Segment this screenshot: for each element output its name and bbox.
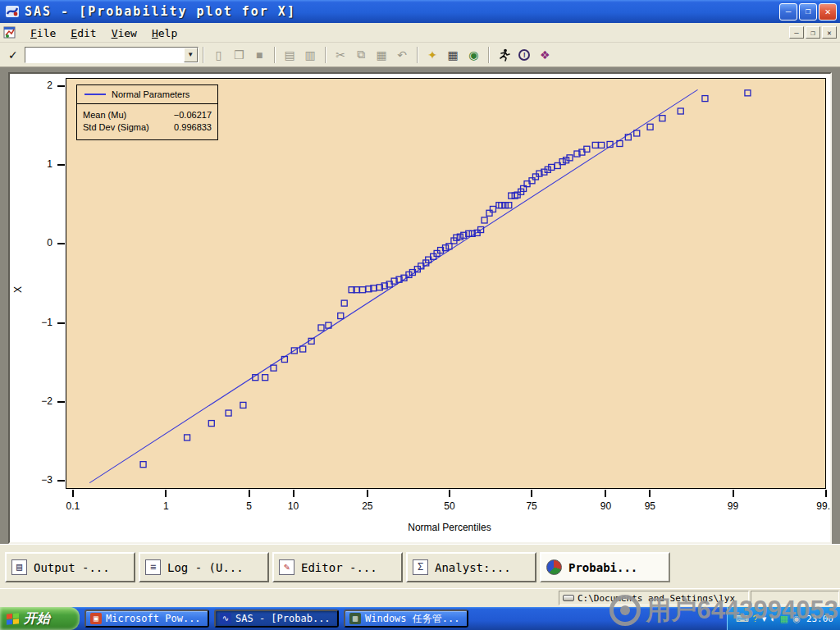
volume-tray-icon[interactable]: ◉ (792, 613, 801, 624)
y-tick-mark (57, 243, 65, 244)
powerpoint-icon: ▣ (90, 613, 102, 624)
y-tick-label: −1 (26, 317, 52, 328)
status-extra-field (751, 591, 839, 605)
data-point (634, 130, 640, 136)
break-info-icon[interactable]: ! (515, 46, 534, 64)
data-point (226, 410, 231, 416)
command-input[interactable] (25, 48, 184, 62)
y-tick-mark (57, 322, 65, 324)
window-button-log[interactable]: ≡Log - (U... (139, 552, 269, 582)
run-submit-icon[interactable] (495, 46, 514, 64)
x-tick-mark (733, 490, 734, 497)
y-tick-label: 1 (26, 158, 52, 170)
data-point (240, 402, 246, 408)
x-tick-label: 25 (349, 500, 386, 512)
find-folder-icon[interactable]: ◉ (464, 46, 483, 64)
command-combobox: ▼ (25, 47, 199, 63)
window-button-analyst[interactable]: ΣAnalyst:... (406, 552, 536, 582)
data-point (300, 346, 306, 352)
restore-button[interactable]: ❐ (799, 3, 817, 21)
window-title: SAS - [Probability plot for X] (25, 4, 779, 19)
window-button-label: Log - (U... (167, 561, 244, 574)
data-point (660, 116, 665, 121)
x-tick-mark (72, 490, 74, 497)
stddev-value: 0.996833 (174, 122, 212, 132)
x-tick-label: 10 (276, 500, 312, 512)
sas-window-bar: ▤Output -...≡Log - (U...✎Editor -...ΣAna… (0, 544, 840, 588)
x-tick-mark (249, 490, 250, 497)
x-tick-label: 90 (587, 500, 623, 512)
x-tick-label: 99.9 (808, 500, 832, 512)
print-icon[interactable]: ▤ (281, 46, 299, 64)
print-preview-icon[interactable]: ▥ (301, 46, 320, 64)
title-bar: SAS - [Probability plot for X] – ❐ ✕ (0, 0, 840, 23)
help-book-icon[interactable]: ❖ (536, 46, 555, 64)
child-minimize-button[interactable]: – (789, 26, 804, 39)
menu-bar: FileEditViewHelp – ❐ ✕ (0, 23, 840, 43)
taskbar-button-task-manager[interactable]: ▥Windows 任务管... (344, 609, 468, 628)
save-icon[interactable]: ■ (250, 46, 269, 64)
child-window-icon (3, 26, 16, 39)
minimize-button[interactable]: – (779, 3, 797, 21)
command-dropdown-button[interactable]: ▼ (184, 48, 198, 62)
close-button[interactable]: ✕ (819, 3, 837, 21)
y-tick-label: 0 (26, 237, 52, 249)
menu-help[interactable]: Help (144, 25, 185, 41)
menu-view[interactable]: View (104, 25, 144, 41)
data-point (338, 313, 344, 319)
screen: SAS - [Probability plot for X] – ❐ ✕ Fil… (0, 0, 840, 630)
network-tray-icon[interactable]: ▦ (780, 613, 788, 624)
window-button-output[interactable]: ▤Output -... (5, 552, 135, 582)
keyboard-tray-icon[interactable]: ⌨ (736, 613, 749, 624)
system-tray: ⌨?▾◐▦◉ 23:00 (727, 607, 840, 630)
copy-icon[interactable]: ⧉ (352, 46, 371, 64)
workspace: Normal Parameters Mean (Mu) −0.06217 Std… (0, 67, 840, 544)
help-tray-icon[interactable]: ? (753, 613, 758, 624)
child-close-button[interactable]: ✕ (822, 26, 837, 39)
ime-tray-icon[interactable]: ◐ (770, 613, 776, 624)
y-tick-mark (57, 401, 65, 403)
x-tick-label: 99 (715, 500, 751, 512)
window-button-editor[interactable]: ✎Editor -... (272, 552, 403, 582)
window-button-label: Output -... (34, 561, 110, 574)
status-bar: C:\Documents and Settings\lyx (0, 588, 840, 607)
x-tick-label: 50 (431, 500, 468, 512)
paste-icon[interactable]: ▦ (372, 46, 391, 64)
menu-file[interactable]: File (23, 25, 63, 41)
chevron-tray-icon[interactable]: ▾ (762, 613, 767, 624)
taskbar-button-label: SAS - [Probab... (235, 613, 331, 624)
legend-box: Normal Parameters Mean (Mu) −0.06217 Std… (76, 84, 218, 140)
x-tick-mark (165, 490, 167, 497)
data-point (625, 135, 631, 140)
window-button-label: Editor -... (301, 561, 377, 574)
new-document-icon[interactable]: ▯ (209, 46, 228, 64)
window-button-label: Analyst:... (435, 561, 511, 574)
open-folder-icon[interactable]: ❒ (230, 46, 249, 64)
window-list-icon[interactable]: ▦ (444, 46, 463, 64)
x-tick-label: 0.1 (55, 500, 91, 512)
taskbar-button-sas-taskbar[interactable]: ∿SAS - [Probab... (214, 609, 339, 628)
new-library-icon[interactable]: ✦ (423, 46, 442, 64)
start-button[interactable]: 开始 (0, 607, 80, 630)
y-tick-mark (57, 85, 65, 87)
undo-icon[interactable]: ↶ (393, 46, 412, 64)
data-point (745, 90, 751, 96)
cut-icon[interactable]: ✂ (331, 46, 350, 64)
window-button-probability-plot[interactable]: ◔Probabi... (540, 552, 670, 582)
x-tick-label: 75 (514, 500, 550, 512)
menu-items: FileEditViewHelp (23, 25, 185, 40)
data-point (185, 435, 190, 441)
menu-edit[interactable]: Edit (63, 25, 103, 41)
data-point (208, 421, 214, 427)
data-point (502, 203, 508, 208)
sas-app-icon (5, 4, 20, 19)
taskbar-button-powerpoint[interactable]: ▣Microsoft Pow... (84, 609, 209, 628)
sas-taskbar-icon: ∿ (220, 613, 231, 624)
y-tick-mark (57, 480, 65, 482)
x-tick-label: 1 (148, 500, 184, 512)
mean-label: Mean (Mu) (83, 110, 126, 120)
x-axis-title: Normal Percentiles (359, 522, 540, 533)
data-point (446, 244, 452, 249)
child-restore-button[interactable]: ❐ (806, 26, 820, 39)
data-point (318, 325, 324, 331)
